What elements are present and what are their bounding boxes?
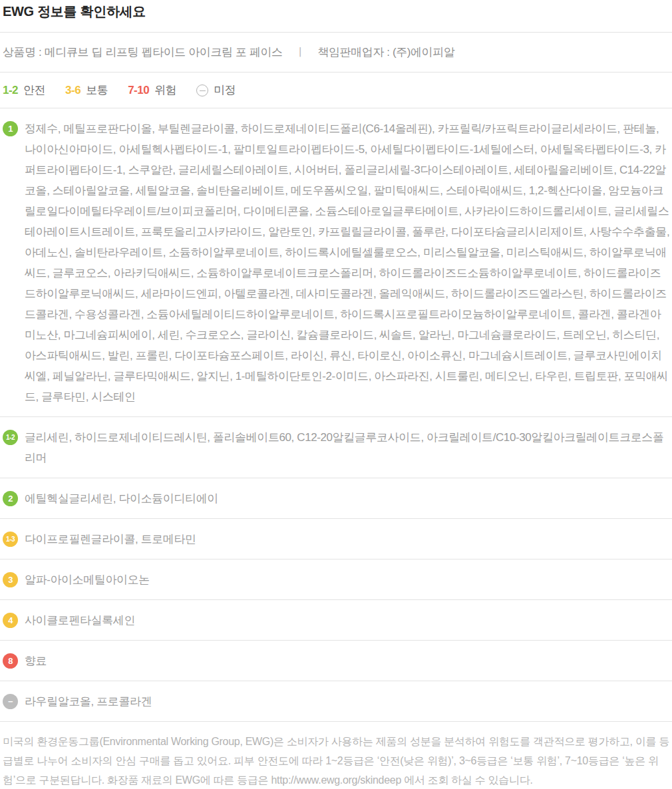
ingredient-list: 글리세린, 하이드로제네이티드레시틴, 폴리솔베이트60, C12-20알킬글루… — [25, 427, 672, 468]
ingredient-list: 라우릴알코올, 프로콜라겐 — [25, 691, 153, 712]
ingredient-row-grade-1: 1 정제수, 메틸프로판다이올, 부틸렌글라이콜, 하이드로제네이티드폴리(C6… — [0, 108, 672, 417]
ewg-info-panel: EWG 정보를 확인하세요 상품명 : 메디큐브 딥 리프팅 펩타이드 아이크림… — [0, 0, 672, 789]
ingredient-list: 에틸헥실글리세린, 다이소듐이디티에이 — [25, 488, 220, 509]
legend-label-danger: 위험 — [154, 82, 176, 98]
legend-item-safe: 1-2 안전 — [3, 82, 45, 98]
ingredient-list: 다이프로필렌글라이콜, 트로메타민 — [25, 529, 198, 550]
ingredient-list: 향료 — [25, 651, 48, 671]
product-info: 상품명 : 메디큐브 딥 리프팅 펩타이드 아이크림 포 페이스 ㅣ 책임판매업… — [0, 33, 672, 72]
product-name: 상품명 : 메디큐브 딥 리프팅 펩타이드 아이크림 포 페이스 — [3, 45, 283, 60]
ingredient-list: 정제수, 메틸프로판다이올, 부틸렌글라이콜, 하이드로제네이티드폴리(C6-1… — [25, 118, 672, 407]
legend-label-undetermined: 미정 — [214, 82, 236, 98]
grade-badge: − — [3, 694, 18, 709]
ingredient-row-grade-3: 3 알파-아이소메틸아이오논 — [0, 559, 672, 600]
grade-badge: 1-3 — [3, 532, 18, 547]
legend-item-normal: 3-6 보통 — [65, 82, 108, 98]
ingredient-list: 알파-아이소메틸아이오논 — [25, 569, 151, 590]
ingredient-row-grade-undetermined: − 라우릴알코올, 프로콜라겐 — [0, 681, 672, 722]
grade-badge: 3 — [3, 572, 18, 587]
grade-badge: 8 — [3, 653, 18, 669]
legend-label-safe: 안전 — [23, 82, 45, 98]
legend-item-danger: 7-10 위험 — [128, 82, 176, 98]
legend-range-danger: 7-10 — [128, 84, 149, 97]
page-title: EWG 정보를 확인하세요 — [0, 0, 672, 32]
ingredient-table: 1 정제수, 메틸프로판다이올, 부틸렌글라이콜, 하이드로제네이티드폴리(C6… — [0, 108, 672, 722]
grade-badge: 2 — [3, 491, 18, 506]
seller-name: 책임판매업자 : (주)에이피알 — [317, 45, 454, 60]
grade-badge: 1-2 — [3, 430, 18, 445]
legend-range-normal: 3-6 — [65, 84, 81, 97]
ingredient-row-grade-1-2: 1-2 글리세린, 하이드로제네이티드레시틴, 폴리솔베이트60, C12-20… — [0, 417, 672, 478]
legend-item-undetermined: 미정 — [196, 82, 236, 98]
ewg-description: 미국의 환경운동그룹(Environmental Working Group, … — [0, 722, 672, 789]
product-info-divider: ㅣ — [295, 45, 306, 60]
grade-legend: 1-2 안전 3-6 보통 7-10 위험 미정 — [0, 73, 672, 108]
grade-badge: 4 — [3, 613, 18, 628]
legend-range-safe: 1-2 — [3, 84, 18, 97]
minus-circle-icon — [196, 84, 208, 96]
ingredient-row-grade-1-3: 1-3 다이프로필렌글라이콜, 트로메타민 — [0, 519, 672, 559]
ingredient-row-grade-2: 2 에틸헥실글리세린, 다이소듐이디티에이 — [0, 478, 672, 519]
grade-badge: 1 — [3, 121, 18, 136]
ingredient-row-grade-8: 8 향료 — [0, 641, 672, 681]
ingredient-list: 사이클로펜타실록세인 — [25, 610, 136, 631]
legend-label-normal: 보통 — [86, 82, 108, 98]
ingredient-row-grade-4: 4 사이클로펜타실록세인 — [0, 600, 672, 641]
